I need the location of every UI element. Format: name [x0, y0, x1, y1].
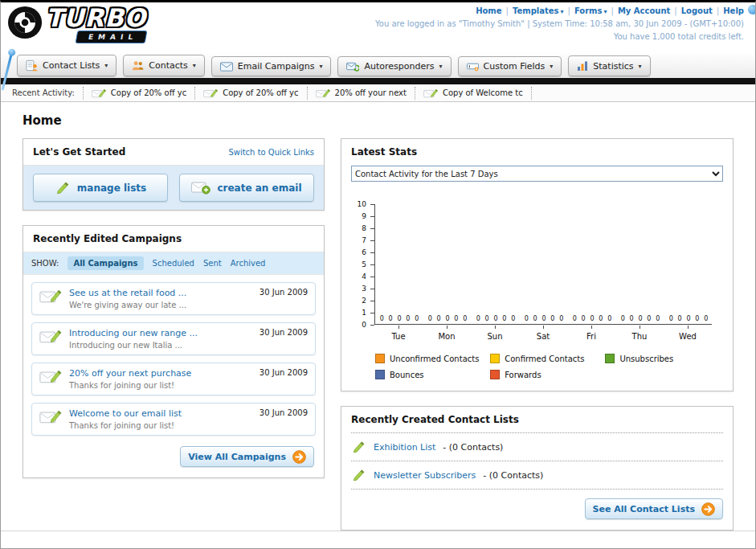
- recent-campaigns-header: Recently Edited Campaigns: [23, 226, 324, 252]
- see-all-contact-lists-button[interactable]: See All Contact Lists: [585, 498, 723, 519]
- top-link-home[interactable]: Home: [476, 6, 501, 15]
- series-value: 0: [493, 315, 497, 322]
- recent-activity-item[interactable]: Copy of Welcome tc: [415, 87, 532, 100]
- show-label: SHOW:: [31, 259, 59, 268]
- chart-value-labels: 00000: [520, 315, 568, 322]
- nav-tab-email-campaigns[interactable]: Email Campaigns▾: [211, 56, 332, 76]
- contact-lists-footer: See All Contact Lists: [341, 490, 733, 530]
- top-link-logout[interactable]: Logout: [681, 6, 713, 15]
- create-email-button[interactable]: create an email: [179, 174, 314, 202]
- y-axis-tick-label: 0: [362, 321, 366, 329]
- nav-tab-custom-fields[interactable]: Custom Fields▾: [458, 56, 562, 76]
- campaign-subtitle: Thanks for joining our list!: [69, 381, 247, 390]
- chart-value-labels: 00000: [375, 315, 423, 322]
- recent-activity-item[interactable]: 20% off your next: [307, 87, 415, 100]
- x-axis-tick-mark: [495, 326, 496, 329]
- series-value: 0: [573, 315, 577, 322]
- chart-legend: Unconfirmed ContactsConfirmed ContactsUn…: [375, 354, 721, 379]
- campaign-tab-scheduled[interactable]: Scheduled: [153, 259, 194, 268]
- legend-item-forwards: Forwards: [490, 370, 605, 379]
- y-axis-tick-label: 1: [362, 309, 366, 317]
- get-started-body: manage lists create an email: [23, 165, 324, 210]
- chart-value-labels: 00000: [568, 315, 616, 322]
- series-value: 0: [511, 315, 515, 322]
- campaign-title-link[interactable]: 20% off your next purchase: [69, 368, 247, 379]
- campaign-title-link[interactable]: Welcome to our email list: [69, 408, 247, 419]
- header: TURBO EMAIL Home|Templates▾|Forms▾|My Ac…: [1, 2, 755, 52]
- contact-list-row[interactable]: Newsletter Subscribers- (0 Contacts): [351, 461, 723, 490]
- legend-item-unconfirmed-contacts: Unconfirmed Contacts: [375, 354, 490, 363]
- contact-list-row[interactable]: Exhibition List- (0 Contacts): [351, 433, 723, 461]
- recent-activity-bar: Recent Activity: Copy of 20% off ycCopy …: [1, 84, 755, 102]
- recent-activity-item[interactable]: Copy of 20% off yc: [83, 87, 194, 100]
- campaign-row[interactable]: See us at the retail food ...We're givin…: [31, 282, 316, 315]
- series-value: 0: [476, 315, 480, 322]
- campaign-date: 30 Jun 2009: [259, 408, 308, 417]
- campaign-date: 30 Jun 2009: [259, 368, 308, 377]
- top-link-my-account[interactable]: My Account: [618, 6, 670, 15]
- series-value: 0: [550, 315, 554, 322]
- x-axis-tick-mark: [447, 326, 447, 329]
- legend-swatch: [375, 370, 385, 379]
- series-value: 0: [630, 315, 634, 322]
- recent-activity-text: Copy of 20% off yc: [223, 88, 298, 97]
- campaign-row[interactable]: Welcome to our email listThanks for join…: [31, 403, 316, 436]
- stats-period-select[interactable]: Contact Activity for the Last 7 Days: [351, 166, 723, 182]
- nav-tab-label: Custom Fields: [484, 61, 546, 72]
- top-link-help[interactable]: Help: [723, 6, 744, 15]
- campaign-row-text: Introducing our new range ...Introducing…: [69, 328, 247, 350]
- x-axis-label: Thu: [632, 332, 648, 341]
- create-email-label: create an email: [217, 182, 301, 194]
- campaign-row[interactable]: 20% off your next purchaseThanks for joi…: [31, 363, 316, 395]
- y-axis-tick-label: 3: [362, 285, 366, 293]
- contact-list-link[interactable]: Newsletter Subscribers: [374, 470, 476, 481]
- footer-divider: [1, 531, 755, 531]
- campaign-tab-all-campaigns[interactable]: All Campaigns: [67, 256, 143, 270]
- campaign-title-link[interactable]: See us at the retail food ...: [69, 288, 247, 298]
- envelope-pencil-icon: [39, 408, 63, 425]
- logo-subtitle: EMAIL: [76, 31, 148, 43]
- series-value: 0: [686, 315, 690, 322]
- legend-item-bounces: Bounces: [375, 370, 490, 379]
- series-value: 0: [485, 315, 489, 322]
- top-link-templates[interactable]: Templates▾: [513, 6, 564, 15]
- nav-tab-label: Email Campaigns: [238, 61, 315, 72]
- contact-lists-panel: Recently Created Contact Lists Exhibitio…: [341, 406, 734, 531]
- series-value: 0: [669, 315, 673, 322]
- campaign-tab-archived[interactable]: Archived: [231, 259, 266, 268]
- contact-list-link[interactable]: Exhibition List: [374, 442, 435, 453]
- campaign-date: 30 Jun 2009: [259, 328, 308, 337]
- chart-value-labels: 00000: [664, 315, 713, 322]
- series-value: 0: [397, 315, 401, 322]
- dashboard-columns: Let's Get Started Switch to Quick Links …: [22, 138, 734, 545]
- nav-tab-statistics[interactable]: Statistics▾: [568, 55, 650, 76]
- nav-tab-label: Autoresponders: [364, 61, 434, 72]
- contact-lists-icon: [26, 59, 38, 72]
- y-axis-tick-label: 5: [362, 260, 366, 268]
- envelope-pencil-icon: [39, 368, 63, 385]
- chevron-down-icon: ▾: [639, 63, 642, 70]
- series-value: 0: [428, 315, 432, 322]
- series-value: 0: [541, 315, 546, 322]
- campaign-row-text: Welcome to our email listThanks for join…: [69, 408, 247, 430]
- top-link-forms[interactable]: Forms▾: [574, 6, 607, 15]
- y-axis-tick-label: 4: [362, 272, 366, 281]
- credits-info: You have 1,000 total credits left.: [375, 32, 744, 41]
- series-value: 0: [656, 315, 660, 322]
- recent-activity-label: Recent Activity:: [12, 88, 75, 97]
- campaign-tab-sent[interactable]: Sent: [203, 259, 222, 268]
- series-value: 0: [380, 315, 384, 322]
- campaign-row-text: 20% off your next purchaseThanks for joi…: [69, 368, 247, 390]
- recent-activity-item[interactable]: Copy of 20% off yc: [194, 87, 306, 100]
- nav-tab-autoresponders[interactable]: Autoresponders▾: [337, 56, 451, 76]
- chart-x-axis: TueMonSunSatFriThuWed: [374, 325, 712, 347]
- statistics-icon: [577, 60, 588, 72]
- legend-swatch: [375, 354, 385, 363]
- campaign-row[interactable]: Introducing our new range ...Introducing…: [31, 322, 316, 355]
- view-all-campaigns-button[interactable]: View All Campaigns: [180, 446, 314, 467]
- manage-lists-button[interactable]: manage lists: [33, 174, 168, 202]
- switch-quick-links-link[interactable]: Switch to Quick Links: [228, 148, 314, 157]
- nav-tab-contacts[interactable]: Contacts▾: [123, 55, 205, 76]
- nav-tab-contact-lists[interactable]: Contact Lists▾: [17, 55, 116, 76]
- campaign-title-link[interactable]: Introducing our new range ...: [69, 328, 247, 338]
